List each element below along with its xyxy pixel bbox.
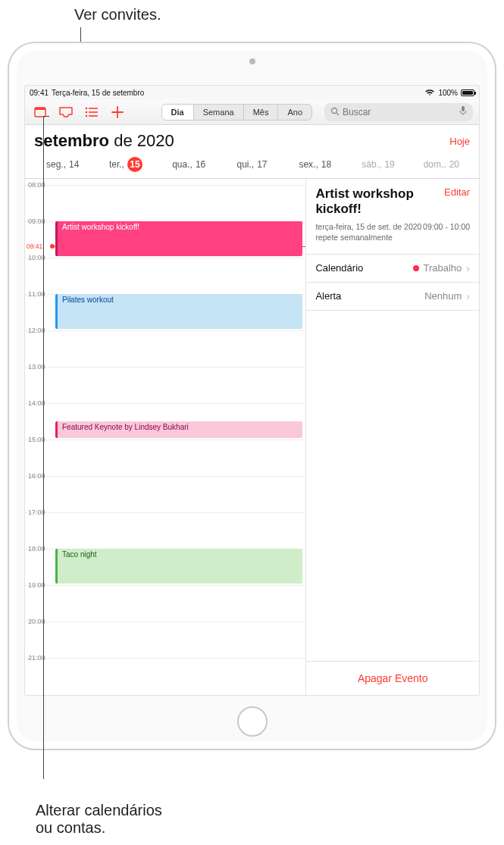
segment-dia[interactable]: Dia — [162, 105, 194, 120]
detail-time: 09:00 - 10:00 — [423, 222, 470, 231]
event-block[interactable]: Artist workshop kickoff! — [55, 221, 302, 256]
hour-line-15:00: 15:00 — [25, 440, 305, 440]
callout-top-text: Ver convites. — [74, 6, 161, 23]
day-number: 20 — [449, 159, 459, 170]
search-icon — [330, 105, 340, 119]
event-block[interactable]: Featured Keynote by Lindsey Bukhari — [55, 421, 302, 438]
today-button[interactable]: Hoje — [449, 136, 470, 147]
day-17[interactable]: qui.,17 — [221, 154, 283, 175]
chevron-right-icon: › — [466, 290, 470, 302]
day-timeline[interactable]: 08:0009:0010:0011:0012:0013:0014:0015:00… — [25, 179, 306, 695]
svg-rect-5 — [89, 111, 98, 113]
search-field[interactable] — [324, 103, 473, 121]
status-right: 100% — [424, 89, 474, 97]
day-label: ter., — [109, 159, 124, 170]
day-20[interactable]: dom.,20 — [410, 154, 473, 175]
hour-line-20:00: 20:00 — [25, 621, 305, 622]
month-header: setembro de 2020 Hoje — [25, 125, 479, 154]
home-button[interactable] — [237, 706, 268, 737]
detail-datetime: terça-feira, 15 de set. de 2020 09:00 - … — [315, 222, 470, 231]
day-number: 18 — [321, 159, 331, 170]
month-title: setembro de 2020 — [34, 131, 174, 151]
callout-bottom-text: Alterar calendários ou contas. — [36, 802, 162, 836]
day-label: qua., — [172, 159, 193, 170]
view-segmented-control[interactable]: DiaSemanaMêsAno — [161, 104, 312, 120]
edit-button[interactable]: Editar — [444, 186, 470, 218]
hour-line-19:00: 19:00 — [25, 585, 305, 586]
svg-rect-7 — [89, 115, 98, 117]
svg-point-4 — [86, 111, 88, 113]
status-time: 09:41 — [30, 89, 49, 97]
day-number: 16 — [196, 159, 205, 170]
svg-rect-1 — [35, 108, 45, 110]
status-date: Terça-feira, 15 de setembro — [52, 89, 144, 97]
hour-line-12:00: 12:00 — [25, 330, 305, 331]
toolbar: DiaSemanaMêsAno — [25, 99, 479, 125]
calendars-button[interactable] — [31, 103, 49, 121]
day-label: qui., — [236, 159, 254, 170]
month-year: de 2020 — [109, 131, 174, 150]
alert-value: Nenhum — [424, 290, 462, 302]
svg-rect-3 — [89, 108, 98, 109]
month-name: setembro — [34, 131, 109, 150]
segment-semana[interactable]: Semana — [194, 105, 244, 120]
list-button[interactable] — [83, 103, 101, 121]
day-16[interactable]: qua.,16 — [158, 154, 221, 175]
alert-label: Alerta — [315, 290, 341, 302]
callout-top: Ver convites. — [74, 6, 161, 23]
wifi-icon — [424, 89, 435, 96]
event-detail-pane: Artist workshop kickoff! Editar terça-fe… — [306, 179, 479, 695]
inbox-button[interactable] — [57, 103, 75, 121]
detail-row-calendar[interactable]: Calendário Trabalho › — [306, 255, 479, 283]
day-19[interactable]: sáb.,19 — [346, 154, 409, 175]
battery-icon — [461, 89, 474, 96]
detail-title: Artist workshop kickoff! — [315, 186, 424, 218]
day-label: sáb., — [362, 159, 381, 170]
svg-point-6 — [86, 114, 88, 117]
status-left: 09:41 Terça-feira, 15 de setembro — [30, 89, 144, 97]
hour-line-16:00: 16:00 — [25, 476, 305, 477]
search-input[interactable] — [343, 107, 456, 117]
segment-mês[interactable]: Mês — [244, 105, 279, 120]
front-camera — [249, 58, 255, 64]
ipad-frame: 09:41 Terça-feira, 15 de setembro 100% — [8, 42, 496, 750]
day-18[interactable]: sex.,18 — [283, 154, 346, 175]
hour-line-08:00: 08:00 — [25, 185, 305, 186]
calendar-value: Trabalho — [424, 262, 462, 274]
detail-date: terça-feira, 15 de set. de 2020 — [315, 222, 421, 231]
callout-bottom: Alterar calendários ou contas. — [36, 784, 162, 837]
hour-line-17:00: 17:00 — [25, 512, 305, 513]
segment-ano[interactable]: Ano — [278, 105, 311, 120]
event-block[interactable]: Pilates workout — [55, 294, 302, 329]
day-15[interactable]: ter.,15 — [94, 154, 157, 175]
event-block[interactable]: Taco night — [55, 549, 302, 584]
calendar-label: Calendário — [315, 262, 363, 274]
status-bar: 09:41 Terça-feira, 15 de setembro 100% — [25, 86, 479, 99]
svg-rect-10 — [462, 106, 465, 111]
svg-line-9 — [337, 113, 339, 115]
chevron-right-icon: › — [466, 262, 470, 274]
detail-header: Artist workshop kickoff! Editar terça-fe… — [306, 179, 479, 248]
svg-point-2 — [86, 107, 88, 109]
detail-row-alert[interactable]: Alerta Nenhum › — [306, 283, 479, 311]
current-time-label: 09:41 — [27, 243, 42, 250]
day-label: sex., — [299, 159, 318, 170]
day-14[interactable]: seg.,14 — [31, 154, 94, 175]
delete-event-button[interactable]: Apagar Evento — [306, 661, 479, 695]
hour-line-13:00: 13:00 — [25, 367, 305, 368]
day-number: 14 — [69, 159, 79, 170]
hour-line-14:00: 14:00 — [25, 403, 305, 404]
add-event-button[interactable] — [108, 103, 127, 121]
main-split: 08:0009:0010:0011:0012:0013:0014:0015:00… — [25, 179, 479, 695]
dictate-icon[interactable] — [459, 105, 467, 119]
current-time-dot — [50, 244, 55, 249]
screen: 09:41 Terça-feira, 15 de setembro 100% — [24, 85, 480, 696]
calendar-color-dot — [413, 265, 419, 271]
battery-pct: 100% — [438, 89, 458, 97]
detail-repeat: repete semanalmente — [315, 233, 470, 242]
day-label: dom., — [424, 159, 446, 170]
callout-line-bottom-h — [43, 116, 49, 117]
day-number: 17 — [257, 159, 267, 170]
day-label: seg., — [46, 159, 66, 170]
week-day-strip: seg.,14ter.,15qua.,16qui.,17sex.,18sáb.,… — [25, 154, 479, 179]
